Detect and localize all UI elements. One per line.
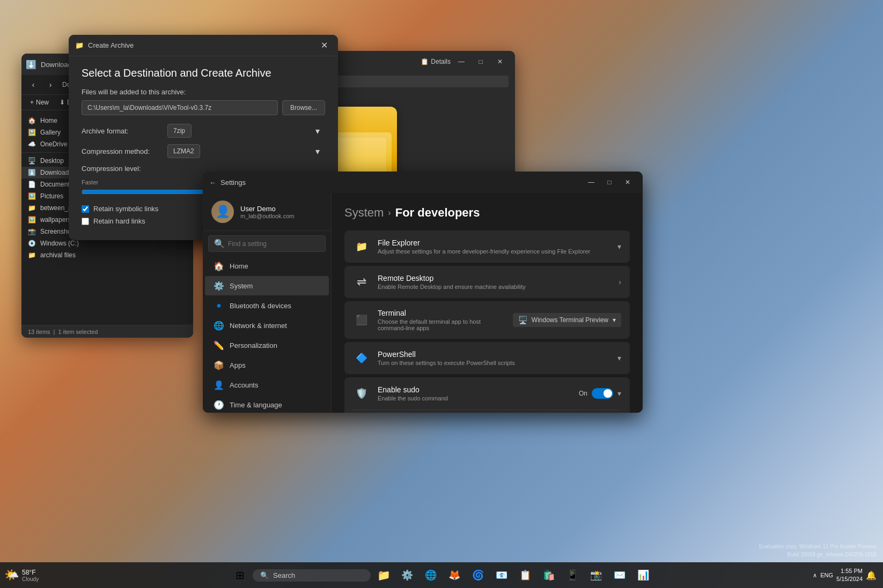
details-btn[interactable]: 📋 Details xyxy=(421,54,451,69)
create-archive-titlebar: 📁 Create Archive ✕ xyxy=(69,35,338,56)
file-explorer-taskbar-icon: 📁 xyxy=(377,569,391,582)
powershell-card-row: 🔷 PowerShell Turn on these settings to e… xyxy=(344,342,630,374)
fe-new-btn[interactable]: + New xyxy=(27,97,52,108)
taskbar-camera[interactable]: 📸 xyxy=(585,564,607,586)
user-email: m_lab@outlook.com xyxy=(240,213,294,219)
tray-date: 5/15/2024 xyxy=(836,575,863,583)
tray-show-hidden[interactable]: ∧ xyxy=(813,572,817,579)
tray-clock[interactable]: 1:55 PM 5/15/2024 xyxy=(836,567,863,584)
retain-hardlinks-checkbox[interactable] xyxy=(82,218,89,225)
settings-back-icon[interactable]: ← xyxy=(209,178,216,187)
terminal-card-desc: Choose the default terminal app to host … xyxy=(378,318,505,331)
downloads-icon: ⬇️ xyxy=(28,169,36,176)
settings-taskbar-icon: ⚙️ xyxy=(401,569,413,581)
taskbar-edge[interactable]: 🌀 xyxy=(467,564,489,586)
file-explorer-card[interactable]: 📁 File Explorer Adjust these settings fo… xyxy=(344,230,630,263)
system-nav-icon: ⚙️ xyxy=(214,280,224,291)
personalization-icon: ✏️ xyxy=(214,340,224,351)
sudo-card-text: Enable sudo Enable the sudo command xyxy=(378,385,571,401)
path-row: Browse... xyxy=(82,100,325,115)
taskbar-search[interactable]: 🔍 Search xyxy=(253,569,371,582)
archive-format-select[interactable]: 7zip zip tar xyxy=(167,124,192,138)
browse-btn[interactable]: Browse... xyxy=(282,100,325,115)
terminal-dropdown[interactable]: 🖥️ Windows Terminal Preview ▾ xyxy=(513,313,621,327)
tray-lang[interactable]: ENG xyxy=(820,572,833,578)
path-input[interactable] xyxy=(82,100,278,115)
remote-desktop-card-icon: ⇌ xyxy=(353,273,370,291)
powershell-expand-icon: ▾ xyxy=(617,354,621,362)
user-info: User Demo m_lab@outlook.com xyxy=(240,205,294,219)
compression-level-label: Compression level: xyxy=(82,165,167,173)
archive-icon: 📁 xyxy=(75,41,84,49)
taskbar-left: 🌤️ 58°F Cloudy xyxy=(0,568,43,582)
file-explorer-card-row: 📁 File Explorer Adjust these settings fo… xyxy=(344,230,630,263)
start-button[interactable]: ⊞ xyxy=(229,564,251,586)
desktop-icon: 🖥️ xyxy=(28,157,36,165)
settings-nav-apps[interactable]: 📦 Apps xyxy=(205,355,329,375)
taskbar-notes[interactable]: 📋 xyxy=(514,564,536,586)
create-archive-close-btn[interactable]: ✕ xyxy=(317,38,332,53)
taskbar-store[interactable]: 🛍️ xyxy=(538,564,560,586)
settings-nav-network[interactable]: 🌐 Network & internet xyxy=(205,316,329,335)
settings-sidebar: 👤 User Demo m_lab@outlook.com 🔍 🏠 Home ⚙… xyxy=(203,193,332,413)
terminal-app-dropdown[interactable]: 🖥️ Windows Terminal Preview ▾ xyxy=(513,313,621,327)
apps-nav-label: Apps xyxy=(230,361,246,369)
folder-close-btn[interactable]: ✕ xyxy=(491,54,509,69)
settings-nav-system[interactable]: ⚙️ System xyxy=(205,276,329,295)
settings-close-btn[interactable]: ✕ xyxy=(619,175,636,190)
taskbar-devtools[interactable]: ✉️ xyxy=(609,564,630,586)
settings-nav-bluetooth[interactable]: ● Bluetooth & devices xyxy=(205,296,329,315)
settings-nav-personalization[interactable]: ✏️ Personalization xyxy=(205,336,329,355)
weather-widget[interactable]: 🌤️ 58°F Cloudy xyxy=(4,568,39,582)
weather-icon: 🌤️ xyxy=(4,568,19,582)
remote-desktop-card-text: Remote Desktop Enable Remote Desktop and… xyxy=(378,274,611,290)
fe-back-btn[interactable]: ‹ xyxy=(26,77,41,92)
remote-desktop-card[interactable]: ⇌ Remote Desktop Enable Remote Desktop a… xyxy=(344,266,630,298)
breadcrumb-system[interactable]: System xyxy=(344,206,384,220)
settings-window-buttons: — □ ✕ xyxy=(583,175,636,190)
fe-forward-btn[interactable]: › xyxy=(43,77,58,92)
wallpapers-icon: 🖼️ xyxy=(28,216,36,224)
compression-method-select[interactable]: LZMA2 LZMA BZip2 xyxy=(167,144,200,158)
files-label: Files will be added to this archive: xyxy=(82,88,325,96)
taskbar-firefox[interactable]: 🦊 xyxy=(444,564,465,586)
fe-selected-count: 1 item selected xyxy=(58,329,98,335)
notes-taskbar-icon: 📋 xyxy=(519,569,531,581)
folder-maximize-btn[interactable]: □ xyxy=(472,54,489,69)
tray-time: 1:55 PM xyxy=(836,567,863,575)
taskbar-settings[interactable]: ⚙️ xyxy=(396,564,418,586)
terminal-card[interactable]: ⬛ Terminal Choose the default terminal a… xyxy=(344,301,630,339)
fe-new-icon: + xyxy=(30,99,34,106)
taskbar: 🌤️ 58°F Cloudy ⊞ 🔍 Search 📁 ⚙️ 🌐 🦊 🌀 📧 📋… xyxy=(0,562,883,588)
settings-search-input[interactable] xyxy=(228,240,320,248)
remote-desktop-card-desc: Enable Remote Desktop and ensure machine… xyxy=(378,284,611,290)
sidebar-item-archival[interactable]: 📁 archival files xyxy=(21,249,193,261)
settings-search[interactable]: 🔍 xyxy=(208,235,326,252)
home-nav-label: Home xyxy=(230,262,248,270)
faster-label: Faster xyxy=(82,179,98,185)
sudo-toggle-area: On ▾ xyxy=(579,388,621,399)
file-explorer-card-desc: Adjust these settings for a more develop… xyxy=(378,248,610,255)
taskbar-extra[interactable]: 📊 xyxy=(632,564,654,586)
settings-nav-accounts[interactable]: 👤 Accounts xyxy=(205,375,329,395)
folder-minimize-btn[interactable]: — xyxy=(453,54,470,69)
taskbar-mail[interactable]: 📧 xyxy=(491,564,512,586)
sudo-toggle[interactable] xyxy=(592,388,613,399)
notifications-icon[interactable]: 🔔 xyxy=(866,570,877,580)
bluetooth-icon: ● xyxy=(214,300,224,311)
taskbar-browser[interactable]: 🌐 xyxy=(420,564,442,586)
settings-nav-time[interactable]: 🕐 Time & language xyxy=(205,395,329,413)
retain-symlinks-checkbox[interactable] xyxy=(82,205,89,213)
settings-search-icon: 🔍 xyxy=(214,239,225,249)
time-nav-label: Time & language xyxy=(230,401,282,409)
settings-nav-home[interactable]: 🏠 Home xyxy=(205,256,329,276)
settings-minimize-btn[interactable]: — xyxy=(583,175,600,190)
powershell-card-icon: 🔷 xyxy=(353,349,370,367)
taskbar-file-explorer[interactable]: 📁 xyxy=(373,564,394,586)
store-taskbar-icon: 🛍️ xyxy=(543,569,555,581)
taskbar-phone[interactable]: 📱 xyxy=(562,564,583,586)
settings-maximize-btn[interactable]: □ xyxy=(601,175,618,190)
powershell-card[interactable]: 🔷 PowerShell Turn on these settings to e… xyxy=(344,342,630,374)
extra-taskbar-icon: 📊 xyxy=(637,569,649,581)
settings-body: 👤 User Demo m_lab@outlook.com 🔍 🏠 Home ⚙… xyxy=(203,193,643,413)
